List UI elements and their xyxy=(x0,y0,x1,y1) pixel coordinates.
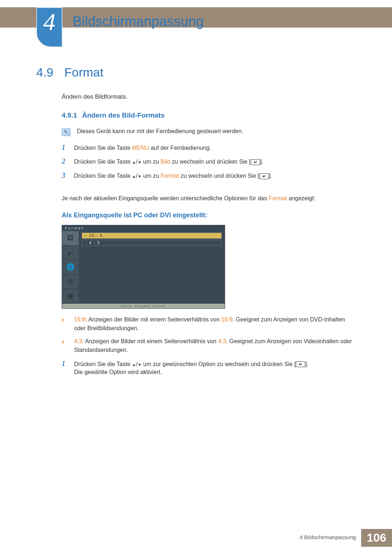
step-1: 1 Drücken Sie die Taste MENU auf der Fer… xyxy=(62,143,352,152)
bullet-text: 16:9: Anzeigen der Bilder mit einem Seit… xyxy=(74,315,352,333)
note-icon xyxy=(62,128,70,136)
subsection-heading: 4.9.1 Ändern des Bild-Formats xyxy=(62,111,352,119)
bullet-16-9: z 16:9: Anzeigen der Bilder mit einem Se… xyxy=(62,315,352,333)
bullet-text: 4:3: Anzeigen der Bilder mit einem Seite… xyxy=(74,337,352,354)
enter-icon xyxy=(260,173,269,179)
step-text: Drücken Sie die Taste / um zu Bild zu we… xyxy=(74,158,264,166)
note-block: Dieses Gerät kann nur mit der Fernbedien… xyxy=(62,128,352,136)
bild-label: Bild xyxy=(161,159,171,165)
chapter-number: 4 xyxy=(43,9,56,34)
osd-screenshot: Format 🖼 🖌 🌐 ⚙ ▣ ✔16 : 9 ✔4 : 3 Navig. E… xyxy=(62,225,225,309)
step-number: 3 xyxy=(62,171,68,180)
step-text: Drücken Sie die Taste / um zur gewünscht… xyxy=(74,360,309,377)
page-footer: 4 Bildschirmanpassung 106 xyxy=(295,529,392,547)
arrow-down-icon xyxy=(138,361,142,367)
step-number: 2 xyxy=(62,157,68,165)
picture-icon: 🖼 xyxy=(67,234,74,242)
menu-label: MENU xyxy=(132,145,149,151)
osd-body: 🖼 🖌 🌐 ⚙ ▣ ✔16 : 9 ✔4 : 3 xyxy=(62,231,225,304)
step-text: Drücken Sie die Taste MENU auf der Fernb… xyxy=(74,144,211,152)
footer-text: 4 Bildschirmanpassung xyxy=(295,529,361,547)
osd-option-4-3: ✔4 : 3 xyxy=(82,240,222,246)
osd-sidebar: 🖼 🖌 🌐 ⚙ ▣ xyxy=(62,231,79,304)
chapter-title: Bildschirmanpassung xyxy=(73,14,204,29)
bullet-4-3: z 4:3: Anzeigen der Bilder mit einem Sei… xyxy=(62,337,352,354)
page-content: 4.9 Format Ändern des Bildformats. 4.9.1… xyxy=(36,65,352,381)
arrow-up-icon xyxy=(132,361,136,367)
section-title: Format xyxy=(64,65,103,79)
section-number: 4.9 xyxy=(36,65,53,79)
subsection-title: Ändern des Bild-Formats xyxy=(82,111,164,119)
paragraph: Je nach der aktuellen Eingangsquelle wer… xyxy=(62,194,352,202)
enter-icon xyxy=(296,361,305,367)
arrow-up-icon xyxy=(132,159,136,165)
step-number: 1 xyxy=(62,143,68,152)
step-number: 1 xyxy=(62,360,68,368)
arrow-down-icon xyxy=(138,159,142,165)
intro-text: Ändern des Bildformats. xyxy=(62,93,352,100)
arrow-up-icon xyxy=(132,173,136,179)
ratio-label: 4:3 xyxy=(74,338,82,344)
gear-icon: ⚙ xyxy=(68,278,73,286)
osd-main: ✔16 : 9 ✔4 : 3 xyxy=(79,231,225,304)
bullet-icon: z xyxy=(62,317,68,323)
final-step: 1 Drücken Sie die Taste / um zur gewünsc… xyxy=(62,360,352,377)
enter-icon xyxy=(251,159,260,165)
bullet-icon: z xyxy=(62,339,68,344)
osd-tab-brush: 🖌 xyxy=(62,246,79,260)
ratio-label: 16:9 xyxy=(74,316,85,323)
osd-title: Format xyxy=(62,225,225,231)
osd-tab-window: ▣ xyxy=(62,289,79,304)
check-icon: ✔ xyxy=(84,234,88,238)
osd-tab-picture: 🖼 xyxy=(62,231,79,246)
step-3: 3 Drücken Sie die Taste / um zu Format z… xyxy=(62,171,352,180)
chapter-badge: 4 xyxy=(36,7,62,47)
window-icon: ▣ xyxy=(68,292,74,300)
page-number: 106 xyxy=(361,529,392,547)
osd-tab-globe: 🌐 xyxy=(62,260,79,275)
arrow-down-icon xyxy=(138,173,142,179)
osd-tab-gear: ⚙ xyxy=(62,275,79,289)
step-text: Drücken Sie die Taste / um zu Format zu … xyxy=(74,172,272,180)
note-text: Dieses Gerät kann nur mit der Fernbedien… xyxy=(77,128,243,135)
subsection-number: 4.9.1 xyxy=(62,111,77,119)
osd-footer: Navig. Eingabe Zurück xyxy=(62,304,225,308)
step-2: 2 Drücken Sie die Taste / um zu Bild zu … xyxy=(62,157,352,166)
format-label: Format xyxy=(269,195,287,201)
osd-option-16-9: ✔16 : 9 xyxy=(82,233,222,239)
brush-icon: 🖌 xyxy=(67,249,74,257)
format-label: Format xyxy=(161,173,179,179)
section-heading: 4.9 Format xyxy=(36,65,352,79)
subheading: Als Eingangsquelle ist PC oder DVI einge… xyxy=(62,212,352,219)
globe-icon: 🌐 xyxy=(66,263,74,271)
